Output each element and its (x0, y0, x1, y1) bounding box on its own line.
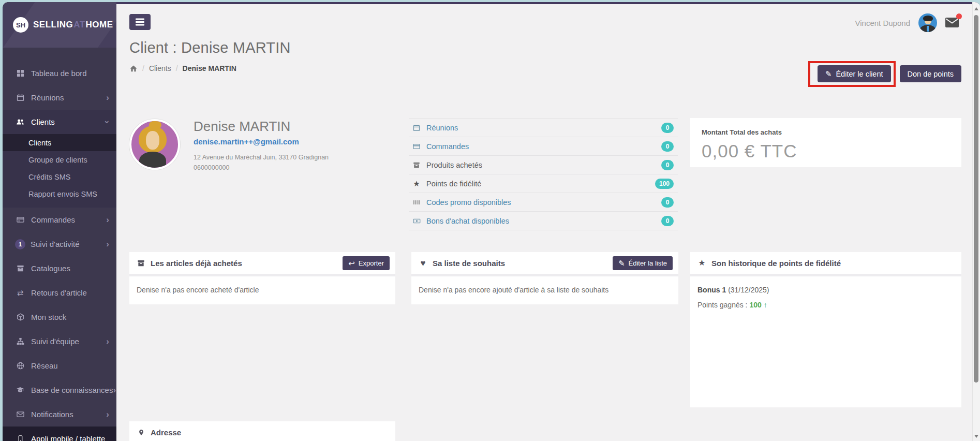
edit-list-button[interactable]: ✎ Éditer la liste (613, 256, 673, 270)
card-title: Son historique de points de fidélité (711, 259, 956, 268)
map-marker-icon (137, 429, 145, 436)
heart-icon: ♥ (419, 259, 427, 268)
give-points-button[interactable]: Don de points (900, 65, 961, 82)
breadcrumb-clients[interactable]: Clients (149, 64, 171, 72)
total-purchases-label: Montant Total des achats (702, 128, 950, 136)
empty-message: Denise n'a pas encore ajouté d'article à… (411, 276, 678, 304)
count-badge: 100 (655, 179, 674, 189)
sidebar-item-reseau[interactable]: Réseau (3, 354, 116, 378)
sidebar-item-tableau-de-bord[interactable]: Tableau de bord (3, 61, 116, 85)
globe-icon (16, 362, 25, 370)
points-earned: Points gagnés : 100 ↑ (697, 301, 954, 309)
stat-reunions[interactable]: Réunions 0 (409, 118, 678, 137)
client-phone: 0600000000 (194, 163, 329, 173)
sidebar-toggle-button[interactable] (129, 14, 151, 30)
main-content: Vincent Dupond Client : Denise MARTIN (116, 2, 980, 439)
mobile-icon (16, 435, 25, 441)
breadcrumb-current: Denise MARTIN (183, 64, 236, 72)
purchased-articles-card: Les articles déjà achetés ↩ Exporter Den… (129, 252, 395, 304)
sidebar-item-retours-article[interactable]: ⇄ Retours d'article (3, 281, 116, 305)
empty-message: Denise n'a pas encore acheté d'article (129, 276, 395, 304)
stat-codes-promo[interactable]: Codes promo disponibles 0 (409, 193, 678, 212)
scrollbar-thumb[interactable] (974, 15, 978, 383)
stat-points-fidelite: ★ Points de fidélité 100 (409, 174, 678, 193)
header-actions: ✎ Éditer le client Don de points (818, 65, 961, 82)
scroll-up-arrow[interactable] (974, 7, 978, 10)
avatar-body (139, 152, 166, 169)
scroll-down-arrow[interactable] (974, 435, 978, 438)
sidebar-item-commandes[interactable]: Commandes › (3, 208, 116, 232)
client-email-link[interactable]: denise.martin++@gmail.com (194, 137, 299, 146)
home-icon[interactable] (129, 65, 138, 72)
sidebar-item-reunions[interactable]: Réunions › (3, 85, 116, 110)
reply-arrow-icon: ↩ (348, 259, 355, 267)
cube-icon (16, 313, 25, 321)
chevron-down-icon: › (103, 121, 112, 124)
messages-icon[interactable] (945, 18, 959, 28)
loyalty-history-card: ★ Son historique de points de fidélité B… (690, 252, 961, 407)
credit-card-icon (16, 216, 25, 224)
total-purchases-value: 0,00 € TTC (702, 141, 950, 161)
loyalty-entry: Bonus 1 (31/12/2025) (697, 286, 954, 294)
avatar-hair (923, 16, 933, 21)
notification-dot (956, 13, 962, 19)
app-logo[interactable]: SH SELLINGATHOME (3, 2, 116, 48)
sidebar-item-suivi-equipe[interactable]: Suivi d'équipe › (3, 329, 116, 354)
sidebar-subitem-credits-sms[interactable]: Crédits SMS (3, 168, 116, 185)
avatar-bun (149, 121, 161, 129)
breadcrumb: / Clients / Denise MARTIN (129, 64, 291, 72)
sidebar-item-base-de-connaissances[interactable]: Base de connaissances › (3, 378, 116, 402)
chevron-right-icon: › (106, 410, 109, 419)
sidebar-item-appli-mobile[interactable]: Appli mobile / tablette (3, 427, 116, 441)
calendar-icon (412, 124, 421, 131)
stat-bons-achat[interactable]: Bons d'achat disponibles 0 (409, 212, 678, 230)
pencil-icon: ✎ (618, 259, 625, 267)
sidebar: SH SELLINGATHOME Tableau de bord Réunion… (3, 2, 116, 441)
topbar: Vincent Dupond (129, 4, 961, 30)
client-address: 12 Avenue du Maréchal Juin, 33170 Gradig… (194, 152, 329, 173)
edit-client-button[interactable]: ✎ Éditer le client (818, 65, 891, 82)
logo-text: SELLINGATHOME (33, 20, 113, 30)
logo-icon: SH (13, 17, 28, 33)
users-icon (16, 118, 25, 126)
stat-produits-achetes: Produits achetés 0 (409, 156, 678, 174)
total-purchases-card: Montant Total des achats 0,00 € TTC (690, 118, 961, 167)
stat-commandes[interactable]: Commandes 0 (409, 137, 678, 156)
sidebar-item-suivi-activite[interactable]: 1 Suivi d'activité › (3, 232, 116, 256)
chevron-right-icon: › (106, 93, 109, 102)
count-badge: 0 (661, 123, 674, 133)
pencil-icon: ✎ (825, 70, 832, 78)
breadcrumb-separator: / (142, 64, 144, 72)
vertical-scrollbar[interactable] (972, 2, 980, 441)
arrow-up-icon: ↑ (764, 301, 767, 309)
dashboard-icon (16, 69, 25, 78)
sidebar-item-notifications[interactable]: Notifications › (3, 402, 116, 427)
card-title: Adresse (151, 428, 390, 437)
star-icon: ★ (412, 180, 421, 187)
user-name[interactable]: Vincent Dupond (855, 19, 910, 27)
user-avatar[interactable] (918, 13, 937, 32)
archive-icon (16, 264, 25, 273)
exchange-icon: ⇄ (16, 289, 25, 297)
star-icon: ★ (697, 259, 706, 267)
export-button[interactable]: ↩ Exporter (343, 256, 390, 270)
sidebar-subitem-rapport-envois-sms[interactable]: Rapport envois SMS (3, 185, 116, 202)
avatar-face (146, 131, 159, 150)
page-title: Client : Denise MARTIN (129, 39, 291, 56)
archive-icon (412, 161, 421, 169)
chevron-right-icon: › (113, 386, 116, 394)
cards-row: Les articles déjà achetés ↩ Exporter Den… (129, 252, 961, 407)
chevron-right-icon: › (106, 240, 109, 248)
sidebar-item-clients[interactable]: Clients › (3, 110, 116, 134)
sidebar-item-catalogues[interactable]: Catalogues (3, 256, 116, 281)
page-header: Client : Denise MARTIN / Clients / Denis… (129, 39, 961, 82)
sidebar-subitem-groupe-de-clients[interactable]: Groupe de clients (3, 151, 116, 168)
count-badge: 0 (661, 160, 674, 170)
chevron-right-icon: › (106, 337, 109, 346)
client-avatar (129, 119, 180, 170)
sidebar-subitem-clients[interactable]: Clients (3, 134, 116, 151)
sidebar-item-mon-stock[interactable]: Mon stock (3, 305, 116, 329)
chevron-right-icon: › (106, 215, 109, 224)
banknote-icon (412, 217, 421, 225)
count-badge: 0 (661, 197, 674, 208)
